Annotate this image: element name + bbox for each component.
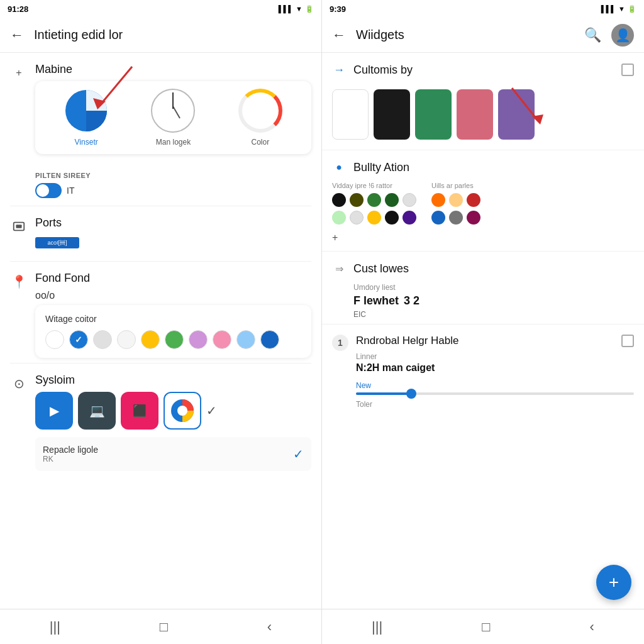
left-panel: 91:28 ▌▌▌ ▼ 🔋 ← Intieting edid lor + Mab… bbox=[0, 0, 322, 644]
left-back-button[interactable]: ← bbox=[10, 27, 24, 43]
customise-header: → Cultomis by bbox=[332, 63, 634, 77]
mabine-add-icon: + bbox=[10, 64, 28, 82]
right-nav-back[interactable]: ‹ bbox=[590, 619, 594, 635]
color-circle-lavender[interactable] bbox=[189, 330, 208, 349]
dot-blue[interactable] bbox=[431, 211, 445, 225]
icon-option-dark[interactable]: 💻 bbox=[78, 392, 116, 430]
custom-title: Cust lowes bbox=[353, 262, 634, 275]
color-circles bbox=[45, 330, 301, 349]
sub-cols: Vidday ipre !6 rattor bbox=[332, 182, 634, 225]
dot-darkolive[interactable] bbox=[350, 193, 364, 207]
icon-option-blue[interactable]: ▶ bbox=[35, 392, 73, 430]
widget-preview-card: Vinsetr Man logek Color bbox=[35, 81, 311, 154]
repacle-main: Repacle ligole bbox=[43, 445, 98, 455]
dot-darkgreen[interactable] bbox=[385, 193, 399, 207]
dot-row-4 bbox=[431, 211, 480, 225]
fab-button[interactable]: + bbox=[596, 565, 631, 600]
swatch-pink[interactable] bbox=[457, 89, 493, 140]
color-circle-green[interactable] bbox=[165, 330, 184, 349]
color-circle-white[interactable] bbox=[45, 330, 64, 349]
color-circle-verylightgray[interactable] bbox=[117, 330, 136, 349]
dot-black[interactable] bbox=[332, 193, 346, 207]
circle-icon: ● bbox=[336, 162, 342, 173]
icon-option-pink[interactable]: ⬛ bbox=[121, 392, 158, 430]
sysloim-title: Sysloim bbox=[35, 374, 311, 387]
color-circle-blue[interactable] bbox=[69, 330, 88, 349]
icon-option-multicolor[interactable] bbox=[164, 392, 201, 430]
rndrobal-checkbox[interactable] bbox=[621, 335, 634, 347]
left-nav-back[interactable]: ‹ bbox=[267, 619, 272, 635]
mabine-content: Mabine Vinsetr bbox=[35, 63, 311, 159]
left-top-bar: ← Intieting edid lor bbox=[0, 18, 321, 53]
color-circle-yellow[interactable] bbox=[141, 330, 160, 349]
left-bottom-nav: ||| □ ‹ bbox=[0, 609, 321, 644]
color-dial-icon bbox=[238, 89, 282, 133]
swatch-black[interactable] bbox=[374, 89, 410, 140]
search-icon[interactable]: 🔍 bbox=[584, 27, 601, 43]
dot-gray[interactable] bbox=[402, 193, 416, 207]
avatar[interactable]: 👤 bbox=[611, 24, 634, 47]
signal-icon: ▌▌▌ bbox=[279, 5, 293, 13]
custom-header: ⇒ Cust lowes bbox=[332, 262, 634, 275]
dot-lightorange[interactable] bbox=[449, 193, 463, 207]
sub-col-1: Vidday ipre !6 rattor bbox=[332, 182, 416, 225]
fond-content: Fond Fond oo/o Witage coitor bbox=[35, 272, 311, 358]
battery-icon: 🔋 bbox=[305, 5, 314, 13]
add-color-button[interactable]: + bbox=[332, 230, 634, 246]
right-nav-menu[interactable]: ||| bbox=[372, 619, 382, 635]
right-battery-icon: 🔋 bbox=[628, 5, 636, 13]
mabine-title: Mabine bbox=[35, 63, 311, 76]
customise-checkbox[interactable] bbox=[621, 64, 634, 76]
col2-label: Uills ar parles bbox=[431, 182, 480, 189]
ports-icon bbox=[10, 218, 28, 235]
repacle-row: Repacle ligole RK ✓ bbox=[35, 437, 311, 471]
repacle-sub: RK bbox=[43, 455, 98, 464]
custom-value-main: F lewhet bbox=[353, 294, 399, 308]
svg-rect-4 bbox=[16, 225, 21, 228]
pie-widget[interactable]: Vinsetr bbox=[64, 89, 108, 147]
custom-section: ⇒ Cust lowes Umdory liest F lewhet 3 2 E… bbox=[322, 252, 644, 325]
bullet-title: Bullty Ation bbox=[353, 161, 634, 174]
dot-medgray[interactable] bbox=[449, 211, 463, 225]
dot-orange[interactable] bbox=[431, 193, 445, 207]
dot-lightgray[interactable] bbox=[350, 211, 364, 225]
right-top-icons: 🔍 👤 bbox=[584, 24, 634, 47]
check-icon: ✓ bbox=[206, 403, 217, 418]
slider-track[interactable] bbox=[356, 392, 634, 395]
dot-yellow[interactable] bbox=[367, 211, 381, 225]
right-nav-home[interactable]: □ bbox=[482, 619, 490, 635]
ports-svg-icon bbox=[12, 219, 26, 233]
color-picker-card: Witage coitor bbox=[35, 305, 311, 358]
slider-thumb[interactable] bbox=[406, 389, 416, 399]
color-circle-darkblue[interactable] bbox=[260, 330, 279, 349]
color-circle-lightgray[interactable] bbox=[93, 330, 112, 349]
dot-lightgreen[interactable] bbox=[332, 211, 346, 225]
right-signal-icon: ▌▌▌ bbox=[601, 5, 616, 13]
right-content: → Cultomis by ● Bullty Ation bbox=[322, 53, 644, 609]
color-swatches bbox=[332, 84, 634, 145]
wifi-icon: ▼ bbox=[296, 5, 303, 13]
color-circle-lightblue[interactable] bbox=[236, 330, 255, 349]
right-back-button[interactable]: ← bbox=[332, 27, 346, 43]
swatch-purple[interactable] bbox=[498, 89, 535, 140]
left-nav-home[interactable]: □ bbox=[160, 619, 168, 635]
rndrobal-title: Rndrobal Helgr Hable bbox=[356, 335, 458, 347]
dot-red[interactable] bbox=[467, 193, 480, 207]
dot-row-3 bbox=[431, 193, 480, 207]
dot-black2[interactable] bbox=[385, 211, 399, 225]
pilten-label: PILTEN SIREEY bbox=[35, 172, 311, 179]
repacle-check: ✓ bbox=[293, 447, 304, 462]
dial-widget-item[interactable]: Color bbox=[238, 89, 282, 147]
port-image[interactable]: acoI[卌] bbox=[35, 237, 79, 248]
col1-label: Vidday ipre !6 rattor bbox=[332, 182, 416, 189]
clock-widget-item[interactable]: Man logek bbox=[151, 89, 195, 147]
swatch-white[interactable] bbox=[332, 89, 369, 140]
swatch-green[interactable] bbox=[415, 89, 452, 140]
custom-value-row: F lewhet 3 2 bbox=[353, 294, 634, 308]
dot-darkred[interactable] bbox=[467, 211, 480, 225]
dot-purple[interactable] bbox=[402, 211, 416, 225]
left-nav-menu[interactable]: ||| bbox=[50, 619, 60, 635]
color-circle-pink[interactable] bbox=[213, 330, 231, 349]
pilten-toggle[interactable] bbox=[35, 183, 62, 198]
dot-green[interactable] bbox=[367, 193, 381, 207]
